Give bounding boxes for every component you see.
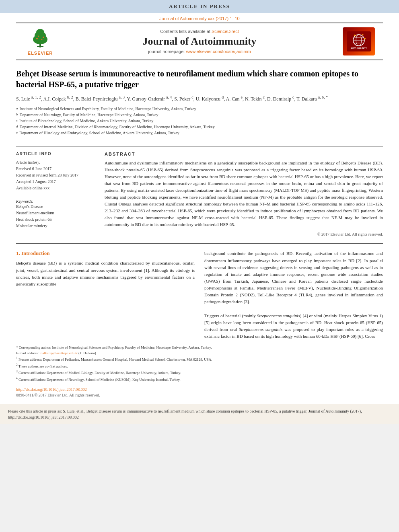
affiliations: a Institute of Neurological Sciences and… [16, 106, 383, 136]
email-link[interactable]: tdalkara@hacettepe.edu.tr [39, 351, 77, 355]
journal-title: Journal of Autoimmunity [64, 35, 335, 47]
banner-text: ARTICLE IN PRESS [169, 3, 230, 9]
intro-right-col: background contribute the pathogenesis o… [204, 250, 383, 340]
intro-heading: 1. Introduction [16, 250, 195, 257]
doi-link[interactable]: http://dx.doi.org/10.1016/j.jaut.2017.08… [16, 387, 87, 392]
journal-ref-text: Journal of Autoimmunity xxx (2017) 1–10 [159, 16, 239, 21]
journal-ref: Journal of Autoimmunity xxx (2017) 1–10 [0, 13, 399, 23]
footnote-email: E-mail address: tdalkara@hacettepe.edu.t… [16, 351, 383, 356]
elsevier-tree-icon [28, 27, 52, 49]
footnote-2: 2 These authors are co-first authors. [16, 363, 383, 370]
article-title-section: Behçet Disease serum is immunoreactive t… [16, 60, 383, 140]
keyword-2: Neurofilament-medium [16, 210, 97, 216]
footnotes-section: * Corresponding author. Institute of Neu… [0, 340, 399, 382]
article-info-heading: ARTICLE INFO [16, 152, 97, 156]
svg-point-7 [38, 36, 39, 37]
footnote-4: 4 Current affiliation: Department of Neu… [16, 376, 383, 383]
svg-point-17 [364, 38, 366, 39]
intro-right-text: background contribute the pathogenesis o… [204, 250, 383, 305]
footnote-3: 3 Current affiliation: Department of Med… [16, 369, 383, 376]
citation-text: Please cite this article in press as: S.… [8, 409, 362, 419]
svg-rect-1 [37, 46, 43, 47]
affiliation-a: a Institute of Neurological Sciences and… [16, 106, 383, 112]
abstract-text: Autoimmune and dysimmune inflammatory me… [105, 160, 383, 228]
abstract-col: ABSTRACT Autoimmune and dysimmune inflam… [105, 152, 383, 236]
autoimmunity-logo-graphic: AUTO IMMUNITY [347, 31, 371, 51]
intro-right-text-2: Triggers of bacterial (mainly Streptococ… [204, 312, 383, 340]
revised-date: Received in revised form 28 July 2017 [16, 172, 97, 179]
footnote-0: * Corresponding author. Institute of Neu… [16, 345, 383, 351]
article-in-press-banner: ARTICLE IN PRESS [0, 0, 399, 13]
article-info-col: ARTICLE INFO Article history: Received 6… [16, 152, 97, 236]
affiliation-d: d Department of Internal Medicine, Divis… [16, 124, 383, 130]
elsevier-logo: ELSEVIER [28, 27, 53, 55]
svg-point-6 [43, 37, 44, 38]
intro-left-text: Behçet's disease (BD) is a systemic medi… [16, 260, 195, 287]
footnote-1: 1 Present address; Department of Pediatr… [16, 356, 383, 363]
article-title: Behçet Disease serum is immunoreactive t… [16, 68, 383, 90]
abstract-heading: ABSTRACT [105, 152, 383, 156]
article-content: Behçet Disease serum is immunoreactive t… [0, 60, 399, 236]
doi-rights-section: http://dx.doi.org/10.1016/j.jaut.2017.08… [0, 382, 399, 397]
left-col-divider [16, 194, 97, 194]
rights-line: 0896-8411/© 2017 Elsevier Ltd. All right… [16, 393, 383, 397]
elsevier-text: ELSEVIER [28, 51, 53, 55]
accepted-date: Accepted 1 August 2017 [16, 179, 97, 185]
header-center: Contents lists available at ScienceDirec… [64, 29, 335, 54]
affiliation-b: b Department of Neurology, Faculty of Me… [16, 112, 383, 118]
received-date: Received 6 June 2017 [16, 166, 97, 172]
affiliation-e: e Department of Histology and Embryology… [16, 130, 383, 136]
keyword-3: Heat shock protein-65 [16, 216, 97, 223]
svg-point-16 [362, 34, 364, 35]
header-box: ELSEVIER Contents lists available at Sci… [16, 23, 383, 60]
doi-line: http://dx.doi.org/10.1016/j.jaut.2017.08… [16, 387, 383, 392]
article-history: Article history: Received 6 June 2017 Re… [16, 159, 97, 191]
section-divider [16, 243, 383, 244]
homepage-url[interactable]: www.elsevier.com/locate/jautimm [186, 49, 251, 54]
intro-section: 1. Introduction Behçet's disease (BD) is… [0, 250, 399, 340]
journal-homepage: journal homepage: www.elsevier.com/locat… [64, 49, 335, 54]
intro-two-col: 1. Introduction Behçet's disease (BD) is… [16, 250, 383, 340]
svg-text:AUTO IMMUNITY: AUTO IMMUNITY [351, 47, 367, 49]
keyword-1: Behçet's Disease [16, 203, 97, 210]
bottom-bar-text: Please cite this article in press as: S.… [8, 408, 391, 420]
bottom-bar: Please cite this article in press as: S.… [0, 404, 399, 424]
history-label: Article history: [16, 159, 97, 166]
svg-point-5 [36, 38, 38, 39]
header-right: AUTO IMMUNITY [335, 27, 383, 55]
sciencedirect-text: Contents lists available at ScienceDirec… [64, 29, 335, 34]
authors-line: S. Lule a, 1, 2, A.I. Colpak b, 2, B. Ba… [16, 94, 383, 103]
sciencedirect-prefix: Contents lists available at [160, 29, 212, 34]
header-left: ELSEVIER [16, 27, 64, 55]
keywords-heading: Keywords: [16, 199, 97, 203]
svg-point-15 [354, 35, 356, 36]
available-date: Available online xxx [16, 185, 97, 191]
copyright-line: © 2017 Elsevier Ltd. All rights reserved… [105, 232, 383, 236]
svg-point-8 [41, 39, 43, 40]
keywords-section: Keywords: Behçet's Disease Neurofilament… [16, 199, 97, 229]
intro-left-col: 1. Introduction Behçet's disease (BD) is… [16, 250, 195, 340]
autoimmunity-logo: AUTO IMMUNITY [343, 27, 375, 55]
page: ARTICLE IN PRESS Journal of Autoimmunity… [0, 0, 399, 424]
keyword-4: Molecular mimicry [16, 223, 97, 229]
affiliation-c: c Institute of Biotechnology, School of … [16, 118, 383, 124]
homepage-prefix: journal homepage: [148, 49, 186, 54]
sciencedirect-link[interactable]: ScienceDirect [212, 29, 239, 34]
article-info-abstract: ARTICLE INFO Article history: Received 6… [16, 146, 383, 236]
svg-point-4 [36, 29, 44, 35]
